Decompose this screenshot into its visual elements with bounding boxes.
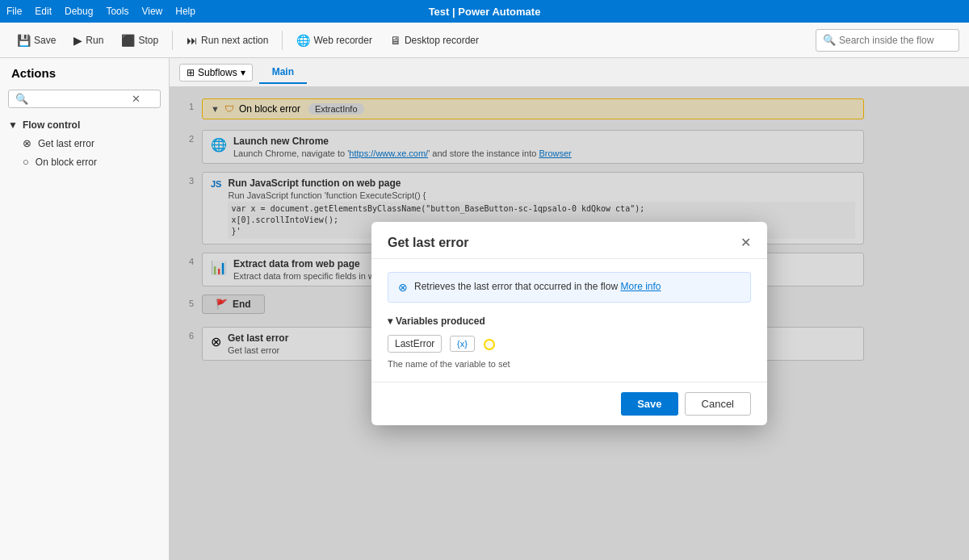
flow-control-section: ▼ Flow control ⊗ Get last error ○ On blo…	[0, 113, 169, 174]
sidebar-item-get-last-error[interactable]: ⊗ Get last error	[0, 134, 169, 153]
app-title: Test | Power Automate	[429, 6, 541, 18]
chevron-down-icon: ▾	[388, 316, 392, 327]
variable-row: LastError {x}	[388, 335, 751, 353]
web-recorder-button[interactable]: 🌐 Web recorder	[289, 30, 379, 51]
flow-canvas: 1 ▼ 🛡 On block error ExtractInfo 2	[170, 87, 969, 560]
sidebar-title: Actions	[0, 58, 169, 85]
separator-2	[282, 31, 283, 50]
modal-title: Get last error	[388, 236, 468, 250]
flow-area: ⊞ Subflows ▾ Main 1 ▼ 🛡 On block err	[170, 58, 969, 560]
variable-tag-last-error[interactable]: LastError	[388, 335, 442, 353]
modal-footer: Save Cancel	[371, 382, 767, 425]
run-next-action-button[interactable]: ⏭ Run next action	[179, 30, 275, 51]
desktop-recorder-button[interactable]: 🖥 Desktop recorder	[383, 30, 486, 51]
variable-icon-tag[interactable]: {x}	[450, 336, 475, 352]
menu-view[interactable]: View	[141, 6, 162, 17]
run-next-icon: ⏭	[187, 34, 198, 47]
tabs-bar: ⊞ Subflows ▾ Main	[170, 58, 969, 87]
menu-help[interactable]: Help	[175, 6, 195, 17]
modal-info-box: ⊗ Retrieves the last error that occurred…	[388, 272, 751, 303]
menu-debug[interactable]: Debug	[65, 6, 93, 17]
save-icon: 💾	[17, 34, 31, 47]
sidebar: Actions 🔍 error ✕ ▼ Flow control ⊗ Get l…	[0, 58, 170, 560]
stop-button[interactable]: ⬛ Stop	[114, 30, 166, 51]
sidebar-search-clear[interactable]: ✕	[132, 93, 141, 105]
desktop-icon: 🖥	[390, 34, 401, 47]
get-last-error-modal: Get last error ✕ ⊗ Retrieves the last er…	[371, 222, 767, 425]
menu-tools[interactable]: Tools	[106, 6, 128, 17]
on-block-error-icon: ○	[23, 156, 29, 168]
subflows-icon: ⊞	[187, 67, 195, 78]
main-tab[interactable]: Main	[259, 61, 307, 84]
run-icon: ▶	[73, 34, 82, 47]
more-info-link[interactable]: More info	[620, 281, 661, 292]
web-icon: 🌐	[296, 34, 310, 47]
flow-search-container: 🔍	[816, 29, 959, 52]
search-icon: 🔍	[823, 34, 836, 46]
var-icon: {x}	[457, 339, 468, 349]
menu-edit[interactable]: Edit	[35, 6, 52, 17]
chevron-down-icon: ▾	[241, 67, 245, 78]
main-layout: Actions 🔍 error ✕ ▼ Flow control ⊗ Get l…	[0, 58, 969, 560]
modal-body: ⊗ Retrieves the last error that occurred…	[371, 259, 767, 382]
variables-header[interactable]: ▾ Variables produced	[388, 316, 751, 327]
modal-header: Get last error ✕	[371, 222, 767, 259]
cursor-indicator	[484, 339, 495, 350]
sidebar-search-icon: 🔍	[15, 93, 28, 105]
sidebar-item-on-block-error[interactable]: ○ On block error	[0, 153, 169, 171]
modal-save-button[interactable]: Save	[621, 392, 677, 416]
modal-close-button[interactable]: ✕	[740, 235, 751, 250]
menu-bar: File Edit Debug Tools View Help Test | P…	[0, 0, 969, 23]
stop-icon: ⬛	[121, 34, 135, 47]
modal-overlay: Get last error ✕ ⊗ Retrieves the last er…	[170, 87, 969, 560]
flow-control-header[interactable]: ▼ Flow control	[0, 116, 169, 134]
variables-section: ▾ Variables produced LastError {x}	[388, 316, 751, 369]
variable-desc: The name of the variable to set	[388, 359, 751, 369]
run-button[interactable]: ▶ Run	[66, 30, 111, 51]
subflows-button[interactable]: ⊞ Subflows ▾	[179, 64, 253, 81]
toolbar: 💾 Save ▶ Run ⬛ Stop ⏭ Run next action 🌐 …	[0, 23, 969, 58]
info-icon: ⊗	[398, 281, 408, 294]
save-button[interactable]: 💾 Save	[10, 30, 63, 51]
modal-cancel-button[interactable]: Cancel	[685, 392, 751, 416]
sidebar-search-container: 🔍 error ✕	[8, 90, 161, 108]
chevron-down-icon: ▼	[8, 119, 18, 131]
flow-search-input[interactable]	[839, 35, 952, 46]
menu-file[interactable]: File	[6, 6, 22, 17]
separator-1	[172, 31, 173, 50]
get-last-error-icon: ⊗	[23, 137, 31, 149]
sidebar-search-input[interactable]: error	[31, 94, 128, 105]
